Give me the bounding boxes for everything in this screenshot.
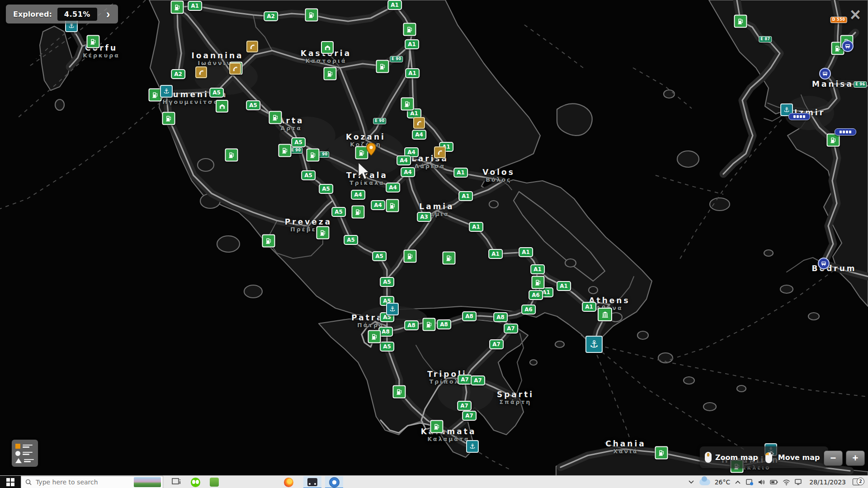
system-tray: 26°C 28/11/2023 2 <box>688 476 868 488</box>
garage-icon <box>216 100 228 113</box>
fuel-station-icon <box>278 144 292 157</box>
road-badge-a7: A7 <box>471 375 485 385</box>
volume-icon[interactable] <box>758 478 766 486</box>
fuel-station-icon <box>532 276 545 289</box>
mouse-scroll-icon <box>704 451 712 463</box>
fuel-station-icon <box>401 98 414 111</box>
weather-cloud-icon[interactable] <box>699 478 711 486</box>
road-badge-a5: A5 <box>331 207 346 217</box>
road-badge-a4: A4 <box>401 167 415 177</box>
explored-value: 4.51% <box>57 8 97 21</box>
road-badge-a5: A5 <box>291 137 306 147</box>
road-badge-a7: A7 <box>462 411 476 421</box>
duolingo-icon[interactable] <box>189 476 201 488</box>
road-badge-a6: A6 <box>521 305 536 314</box>
city-label-manisa: Manisa <box>812 80 854 88</box>
viewpoint-icon <box>246 41 258 52</box>
road-badge-a5: A5 <box>372 251 387 261</box>
fuel-station-icon <box>404 250 417 263</box>
road-badge-a5: A5 <box>319 184 333 194</box>
green-app-icon[interactable] <box>208 476 220 488</box>
road-badge-a7: A7 <box>458 375 472 385</box>
road-badge-a4: A4 <box>371 200 385 210</box>
map-legend-button[interactable] <box>12 440 38 467</box>
zoom-in-button[interactable]: + <box>846 450 865 466</box>
viewpoint-icon <box>229 63 241 75</box>
browser-icon[interactable] <box>283 476 294 488</box>
fuel-station-icon <box>171 1 184 14</box>
explored-expand-arrow-icon[interactable]: › <box>103 8 114 20</box>
map-app-icon[interactable] <box>325 476 343 488</box>
city-label-volos: VolosΒόλος <box>482 168 515 183</box>
display-connect-icon[interactable] <box>794 478 802 486</box>
close-map-icon[interactable]: × <box>844 4 866 25</box>
city-label-chania: ChaniaΧανιά <box>605 439 646 455</box>
tray-device-icon[interactable] <box>745 478 754 486</box>
date-label[interactable]: 28/11/2023 <box>807 478 849 486</box>
fuel-station-icon <box>368 330 381 343</box>
ferry-port-icon: ⚓ <box>466 440 479 453</box>
taskbar-search-box[interactable] <box>21 476 163 488</box>
start-button[interactable] <box>0 476 21 488</box>
road-badge-a1: A1 <box>188 1 202 11</box>
legend-row-symbol <box>15 444 33 449</box>
fuel-station-icon <box>262 235 275 248</box>
fuel-station-icon <box>734 15 747 28</box>
fuel-station-icon <box>423 318 436 331</box>
search-icon <box>25 479 32 485</box>
road-badge-a5: A5 <box>344 235 358 245</box>
road-badge-a1: A1 <box>453 168 468 178</box>
zoom-map-label: Zoom map <box>715 453 758 462</box>
road-badge-a8: A8 <box>493 312 508 322</box>
search-highlight-image[interactable] <box>134 477 161 487</box>
road-badge-a8: A8 <box>462 311 476 321</box>
task-view-icon[interactable] <box>170 476 182 488</box>
road-badge-a5: A5 <box>246 100 260 110</box>
fuel-station-icon <box>430 420 443 433</box>
road-badge-a5: A5 <box>380 277 394 287</box>
fuel-station-icon <box>403 23 416 36</box>
road-badge-a1: A1 <box>582 302 596 312</box>
ets2-app-icon[interactable] <box>303 476 321 488</box>
search-input[interactable] <box>35 478 120 486</box>
road-badge-a6: A6 <box>528 290 543 300</box>
road-badge-a1: A1 <box>488 249 503 259</box>
road-badge-a5: A5 <box>301 170 316 180</box>
road-badge-a1: A1 <box>405 39 419 49</box>
fuel-station-icon <box>324 67 337 80</box>
athens-landmark-icon <box>598 308 612 321</box>
road-badge-a8: A8 <box>404 320 419 330</box>
power-battery-icon[interactable] <box>770 478 778 486</box>
road-badge-a7: A7 <box>457 401 472 411</box>
notification-count-badge: 2 <box>857 478 864 485</box>
windows-taskbar: 26°C 28/11/2023 2 <box>0 475 868 488</box>
fuel-station-icon <box>162 112 175 125</box>
wifi-icon[interactable] <box>782 478 790 486</box>
garage-icon <box>321 41 334 54</box>
fuel-station-icon <box>87 35 100 48</box>
bus-stop-icon <box>818 258 830 269</box>
ets2-world-map-screen: CorfuΚέρκυραIoanninaΙωάννιναKastoriaΚαστ… <box>0 0 868 488</box>
road-badge-a2: A2 <box>264 11 278 21</box>
fuel-station-icon <box>443 252 456 265</box>
move-map-label: Move map <box>778 453 820 462</box>
show-hidden-icons-chevron[interactable] <box>734 479 741 485</box>
road-badge-e-90: E 90 <box>390 56 403 62</box>
city-label-arta: ArtaΆρτα <box>278 116 304 131</box>
road-badge-e-90: E 90 <box>289 147 302 154</box>
zoom-out-button[interactable]: − <box>824 450 843 466</box>
fuel-station-icon <box>655 446 668 460</box>
windows-logo-icon <box>6 478 14 486</box>
city-label-trikala: TrikalaΤρίκαλα <box>346 171 388 186</box>
fuel-station-icon <box>376 60 389 73</box>
ferry-port-icon: ⚓ <box>160 85 173 98</box>
fuel-station-icon <box>352 206 365 219</box>
fuel-station-icon <box>225 149 238 162</box>
notification-center-icon[interactable]: 2 <box>853 478 863 486</box>
temperature-label[interactable]: 26°C <box>715 479 731 486</box>
map-items-layer: CorfuΚέρκυραIoanninaΙωάννιναKastoriaΚαστ… <box>0 0 868 488</box>
city-label-sparti: SpartiΣπάρτη <box>497 390 534 405</box>
language-chevron-icon[interactable] <box>688 479 695 485</box>
road-badge-e-90: E 90 <box>373 118 386 124</box>
fuel-station-icon <box>316 226 330 239</box>
